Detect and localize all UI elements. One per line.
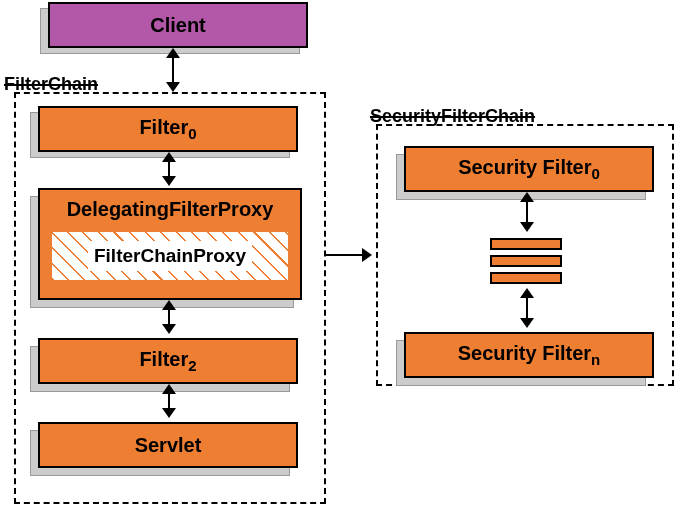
secfiltern-label: Security Filtern xyxy=(458,342,601,368)
ellipsis-bar-icon xyxy=(490,255,562,267)
double-arrow-icon xyxy=(172,50,174,90)
servlet-box: Servlet xyxy=(38,422,298,468)
double-arrow-icon xyxy=(526,290,528,326)
ellipsis-bar-icon xyxy=(490,238,562,250)
filter2-box: Filter2 xyxy=(38,338,298,384)
double-arrow-icon xyxy=(168,386,170,416)
secfilter0-box: Security Filter0 xyxy=(404,146,654,192)
secfilter0-label: Security Filter0 xyxy=(458,156,600,182)
secfiltern-box: Security Filtern xyxy=(404,332,654,378)
delegating-label: DelegatingFilterProxy xyxy=(67,198,274,221)
servlet-label: Servlet xyxy=(135,434,202,457)
double-arrow-icon xyxy=(168,302,170,332)
double-arrow-icon xyxy=(526,194,528,230)
securityfilterchain-label: SecurityFilterChain xyxy=(370,106,535,127)
filterchainproxy-box: FilterChainProxy xyxy=(50,230,290,282)
client-box: Client xyxy=(48,2,308,48)
filter2-label: Filter2 xyxy=(139,348,196,374)
filterchain-label: FilterChain xyxy=(4,74,98,95)
double-arrow-icon xyxy=(168,154,170,184)
filter0-label: Filter0 xyxy=(139,116,196,142)
ellipsis-bar-icon xyxy=(490,272,562,284)
client-label: Client xyxy=(150,14,206,37)
arrow-right-icon xyxy=(326,254,370,256)
filter0-box: Filter0 xyxy=(38,106,298,152)
filterchainproxy-label: FilterChainProxy xyxy=(88,241,252,271)
